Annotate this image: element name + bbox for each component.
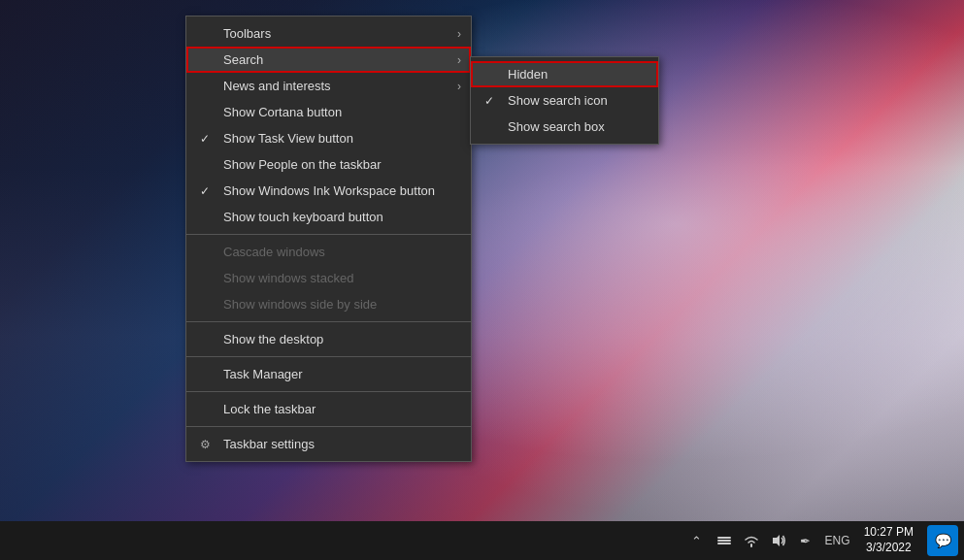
menu-item-taskview[interactable]: ✓ Show Task View button (186, 125, 471, 151)
menu-divider (186, 426, 471, 427)
chevron-up-icon[interactable]: ⌃ (685, 529, 709, 552)
menu-item-winink[interactable]: ✓ Show Windows Ink Workspace button (186, 178, 471, 204)
arrow-icon: › (457, 80, 461, 93)
wifi-icon[interactable] (740, 529, 763, 552)
checkmark-icon: ✓ (200, 132, 210, 146)
menu-item-cascade-label: Cascade windows (223, 245, 325, 259)
menu-item-cortana-label: Show Cortana button (223, 105, 342, 119)
menu-item-sidebyside: Show windows side by side (186, 291, 471, 317)
menu-divider (186, 356, 471, 357)
menu-item-toolbars[interactable]: Toolbars › (186, 20, 471, 47)
network-wired-icon[interactable] (713, 529, 736, 552)
menu-item-taskview-label: Show Task View button (223, 131, 353, 146)
svg-rect-2 (717, 543, 731, 544)
menu-item-people-label: Show People on the taskbar (223, 157, 382, 172)
arrow-icon: › (457, 27, 461, 41)
menu-item-hidden-label: Hidden (508, 67, 548, 82)
menu-item-search[interactable]: Search › (186, 47, 471, 73)
menu-item-show-search-icon-label: Show search icon (508, 93, 608, 108)
svg-rect-1 (717, 540, 731, 542)
menu-item-winink-label: Show Windows Ink Workspace button (223, 183, 435, 198)
taskbar: ⌃ ✒ ENG 10:27 PM 3/3 (0, 521, 964, 560)
menu-item-stacked-label: Show windows stacked (223, 271, 353, 285)
menu-item-taskmanager-label: Task Manager (223, 367, 303, 381)
menu-item-people[interactable]: Show People on the taskbar (186, 151, 471, 178)
menu-item-settings[interactable]: ⚙ Taskbar settings (186, 431, 471, 457)
taskbar-right: ⌃ ✒ ENG 10:27 PM 3/3 (685, 525, 958, 556)
arrow-icon: › (457, 53, 461, 67)
menu-item-hidden[interactable]: Hidden (471, 61, 658, 87)
menu-item-lock-label: Lock the taskbar (223, 402, 316, 416)
menu-item-stacked: Show windows stacked (186, 265, 471, 291)
checkmark-icon: ✓ (484, 94, 494, 108)
menu-divider (186, 391, 471, 392)
menu-item-show-search-icon[interactable]: ✓ Show search icon (471, 87, 658, 114)
taskbar-date: 3/3/2022 (864, 541, 914, 556)
context-menu-search: Hidden ✓ Show search icon Show search bo… (470, 56, 659, 145)
menu-item-cascade: Cascade windows (186, 239, 471, 265)
menu-item-cortana[interactable]: Show Cortana button (186, 99, 471, 125)
menu-item-taskmanager[interactable]: Task Manager (186, 361, 471, 387)
menu-divider (186, 321, 471, 322)
menu-item-desktop[interactable]: Show the desktop (186, 326, 471, 352)
volume-icon[interactable] (767, 529, 790, 552)
menu-divider (186, 234, 471, 235)
taskbar-clock[interactable]: 10:27 PM 3/3/2022 (858, 525, 919, 555)
menu-item-news[interactable]: News and interests › (186, 73, 471, 99)
menu-item-keyboard[interactable]: Show touch keyboard button (186, 204, 471, 230)
gear-icon: ⚙ (200, 438, 211, 451)
menu-item-search-label: Search (223, 52, 263, 67)
chat-icon[interactable]: 💬 (927, 525, 958, 556)
menu-item-desktop-label: Show the desktop (223, 332, 323, 346)
menu-item-sidebyside-label: Show windows side by side (223, 297, 377, 312)
svg-rect-0 (717, 537, 731, 539)
menu-item-show-search-box-label: Show search box (508, 119, 605, 134)
menu-item-keyboard-label: Show touch keyboard button (223, 210, 383, 224)
svg-marker-3 (773, 535, 780, 546)
menu-item-lock[interactable]: Lock the taskbar (186, 396, 471, 422)
menu-item-news-label: News and interests (223, 79, 331, 93)
checkmark-icon: ✓ (200, 184, 210, 198)
menu-item-toolbars-label: Toolbars (223, 26, 271, 41)
menu-item-settings-label: Taskbar settings (223, 437, 315, 451)
context-menu-main: Toolbars › Search › News and interests ›… (185, 16, 472, 462)
menu-item-show-search-box[interactable]: Show search box (471, 114, 658, 140)
taskbar-time: 10:27 PM (864, 525, 914, 541)
pen-icon[interactable]: ✒ (794, 529, 817, 552)
language-indicator[interactable]: ENG (821, 534, 854, 547)
